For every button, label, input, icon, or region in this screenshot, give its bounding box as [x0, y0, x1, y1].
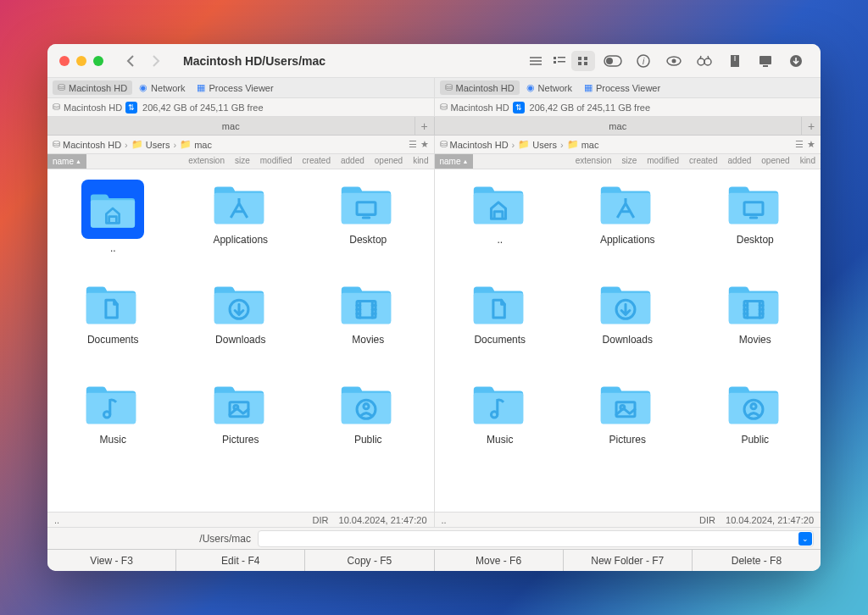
crumb-users[interactable]: 📁Users [131, 139, 170, 150]
breadcrumb-row: ⛁Macintosh HD › 📁Users › 📁mac ☰ ★ ⛁Macin… [47, 136, 821, 154]
folder-item-music[interactable]: Music [438, 376, 563, 473]
path-input-wrap: ⌄ [258, 530, 814, 547]
back-button[interactable] [122, 53, 139, 69]
toggle-icon[interactable] [600, 51, 626, 71]
col-extension[interactable]: extension [473, 154, 616, 169]
archive-icon[interactable] [722, 51, 748, 71]
col-opened[interactable]: opened [756, 154, 794, 169]
tab-mac[interactable]: mac [435, 117, 803, 135]
download-icon[interactable] [783, 51, 809, 71]
info-icon[interactable]: i [631, 51, 656, 71]
folder-item-apps[interactable]: Applications [565, 176, 690, 273]
preview-icon[interactable] [661, 51, 687, 71]
breadcrumb-left: ⛁Macintosh HD › 📁Users › 📁mac ☰ ★ [47, 136, 435, 153]
desktop-folder-icon [337, 180, 399, 230]
add-tab-button[interactable]: + [415, 117, 434, 135]
col-name[interactable]: name▲ [435, 154, 474, 169]
folder-item-home[interactable]: .. [438, 176, 563, 273]
function-bar: View - F3 Edit - F4 Copy - F5 Move - F6 … [47, 549, 821, 571]
folder-item-docs[interactable]: Documents [51, 276, 175, 373]
crumb-mac[interactable]: 📁mac [180, 139, 212, 150]
columns-left: name▲ extension size modified created ad… [47, 154, 435, 169]
crumb-root[interactable]: ⛁Macintosh HD [53, 139, 121, 150]
folder-item-movies[interactable]: Movies [693, 276, 818, 373]
func-edit[interactable]: Edit - F4 [176, 550, 305, 571]
home-folder-icon [81, 180, 144, 239]
folder-item-public[interactable]: Public [306, 376, 431, 473]
folder-item-desktop[interactable]: Desktop [306, 176, 431, 273]
tab-mac[interactable]: mac [47, 117, 415, 135]
close-button[interactable] [59, 56, 70, 66]
list-toggle-icon[interactable]: ☰ [795, 139, 804, 150]
icon-view-button[interactable] [571, 51, 595, 71]
list-view-button[interactable] [524, 51, 548, 71]
folder-label: Public [354, 434, 382, 446]
col-kind[interactable]: kind [795, 154, 821, 169]
crumb-root[interactable]: ⛁Macintosh HD [440, 139, 509, 150]
music-folder-icon [81, 380, 144, 430]
favorite-network[interactable]: ◉Network [134, 80, 190, 95]
folder-item-pictures[interactable]: Pictures [179, 376, 303, 473]
col-name[interactable]: name▲ [47, 154, 86, 169]
folder-item-docs[interactable]: Documents [438, 276, 563, 373]
favorite-process-viewer[interactable]: ▦Process Viewer [579, 80, 665, 95]
col-modified[interactable]: modified [642, 154, 684, 169]
col-created[interactable]: created [298, 154, 336, 169]
folder-label: Music [100, 434, 126, 446]
folder-item-public[interactable]: Public [693, 376, 818, 473]
file-grid-right[interactable]: .. Applications Desktop Documents Downlo… [435, 169, 821, 512]
folder-item-movies[interactable]: Movies [306, 276, 431, 373]
func-delete[interactable]: Delete - F8 [693, 550, 821, 571]
col-opened[interactable]: opened [370, 154, 408, 169]
path-dropdown-icon[interactable]: ⌄ [798, 532, 812, 546]
chevron-right-icon: › [125, 140, 128, 150]
forward-button[interactable] [147, 53, 164, 69]
desktop-icon[interactable] [753, 51, 778, 71]
folder-item-desktop[interactable]: Desktop [693, 176, 818, 273]
folder-item-apps[interactable]: Applications [179, 176, 303, 273]
star-icon[interactable]: ★ [420, 139, 429, 150]
svg-point-17 [698, 58, 704, 65]
star-icon[interactable]: ★ [807, 139, 815, 150]
col-extension[interactable]: extension [86, 154, 230, 169]
disk-selector[interactable]: ⛁Macintosh HD⇅ [53, 102, 137, 114]
favorite-process-viewer[interactable]: ▦Process Viewer [192, 80, 278, 95]
func-move[interactable]: Move - F6 [435, 550, 564, 571]
folder-item-downloads[interactable]: Downloads [179, 276, 303, 373]
col-added[interactable]: added [722, 154, 756, 169]
list-toggle-icon[interactable]: ☰ [409, 139, 417, 150]
func-copy[interactable]: Copy - F5 [305, 550, 434, 571]
columns-right: name▲ extension size modified created ad… [435, 154, 821, 169]
favorite-label: Macintosh HD [456, 83, 515, 93]
disk-selector[interactable]: ⛁Macintosh HD⇅ [440, 102, 525, 114]
binoculars-icon[interactable] [692, 51, 717, 71]
crumb-users[interactable]: 📁Users [518, 139, 557, 150]
col-added[interactable]: added [336, 154, 370, 169]
status-selection: .. [442, 515, 447, 525]
maximize-button[interactable] [93, 56, 103, 66]
col-modified[interactable]: modified [255, 154, 298, 169]
pane-left: .. Applications Desktop Documents Downlo… [47, 169, 435, 512]
favorite-network[interactable]: ◉Network [521, 80, 577, 95]
folder-item-pictures[interactable]: Pictures [565, 376, 690, 473]
folder-item-music[interactable]: Music [51, 376, 175, 473]
favorite-macintosh-hd[interactable]: ⛁Macintosh HD [440, 80, 520, 95]
favorite-macintosh-hd[interactable]: ⛁Macintosh HD [53, 80, 132, 95]
path-input[interactable] [258, 530, 814, 547]
folder-item-home[interactable]: .. [51, 176, 175, 273]
func-view[interactable]: View - F3 [47, 550, 176, 571]
crumb-mac[interactable]: 📁mac [567, 139, 599, 150]
folder-item-downloads[interactable]: Downloads [565, 276, 690, 373]
minimize-button[interactable] [76, 56, 86, 66]
col-size[interactable]: size [616, 154, 642, 169]
add-tab-button[interactable]: + [802, 117, 821, 135]
desktop-folder-icon [724, 180, 787, 230]
col-size[interactable]: size [230, 154, 255, 169]
func-newfolder[interactable]: New Folder - F7 [564, 550, 693, 571]
file-grid-left[interactable]: .. Applications Desktop Documents Downlo… [47, 169, 434, 512]
folder-label: Movies [352, 334, 384, 346]
column-view-button[interactable] [548, 51, 571, 71]
svg-rect-23 [760, 56, 771, 64]
col-kind[interactable]: kind [408, 154, 433, 169]
col-created[interactable]: created [684, 154, 722, 169]
